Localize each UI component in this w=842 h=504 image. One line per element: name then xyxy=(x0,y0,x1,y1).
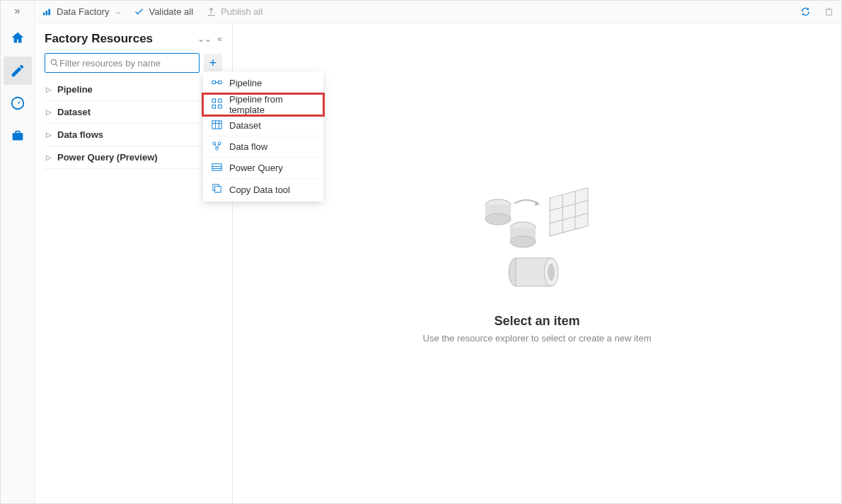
dropdown-item-copy-data-tool[interactable]: Copy Data tool xyxy=(203,179,323,200)
toolbox-icon xyxy=(10,128,25,143)
empty-state-description: Use the resource explorer to select or c… xyxy=(423,333,652,344)
dropdown-item-label: Data flow xyxy=(229,141,267,152)
factory-icon xyxy=(42,6,52,17)
author-button[interactable] xyxy=(4,57,32,85)
plus-icon: + xyxy=(209,56,217,71)
dataflow-icon xyxy=(212,141,222,153)
add-resource-button[interactable]: + xyxy=(204,54,222,72)
empty-state-illustration xyxy=(473,184,601,297)
svg-rect-6 xyxy=(826,9,832,15)
svg-rect-12 xyxy=(218,98,221,102)
panel-title: Factory Resources xyxy=(45,32,153,46)
expand-rail-button[interactable]: » xyxy=(15,5,21,16)
svg-point-29 xyxy=(485,213,511,225)
powerquery-icon xyxy=(212,162,222,175)
svg-rect-33 xyxy=(550,187,588,235)
tree-item[interactable]: ▷Pipeline xyxy=(45,78,222,101)
discard-button xyxy=(824,6,834,17)
template-icon xyxy=(212,98,222,111)
tree-item[interactable]: ▷Dataset xyxy=(45,101,222,124)
svg-point-7 xyxy=(51,59,56,64)
tree-item[interactable]: ▷Data flows xyxy=(45,124,222,146)
svg-rect-15 xyxy=(212,120,221,128)
add-resource-dropdown: PipelinePipeline from templateDatasetDat… xyxy=(203,71,323,201)
pipeline-icon xyxy=(212,77,222,90)
svg-rect-4 xyxy=(46,11,48,15)
chevron-right-icon: ▷ xyxy=(46,131,52,139)
pencil-icon xyxy=(10,63,25,78)
home-button[interactable] xyxy=(4,24,32,52)
search-box[interactable] xyxy=(45,53,200,73)
dropdown-item-label: Power Query xyxy=(229,163,283,173)
trash-icon xyxy=(824,6,834,17)
upload-icon xyxy=(206,6,217,17)
dropdown-item-dataset[interactable]: Dataset xyxy=(203,115,323,136)
chevron-right-icon: ▷ xyxy=(46,108,52,116)
svg-rect-8 xyxy=(212,81,216,83)
dataset-icon xyxy=(212,119,222,132)
collapse-panel-button[interactable]: « xyxy=(217,34,222,44)
chevron-down-icon: ⌵ xyxy=(116,7,121,16)
refresh-button[interactable] xyxy=(800,6,811,17)
svg-rect-26 xyxy=(215,187,221,192)
dropdown-item-label: Copy Data tool xyxy=(229,184,290,195)
dropdown-item-power-query[interactable]: Power Query xyxy=(203,158,323,179)
manage-button[interactable] xyxy=(4,122,32,150)
monitor-button[interactable] xyxy=(4,89,32,117)
dropdown-item-label: Dataset xyxy=(229,120,261,131)
tree-item[interactable]: ▷Power Query (Preview) xyxy=(45,146,222,169)
breadcrumb-data-factory[interactable]: Data Factory ⌵ xyxy=(42,6,121,17)
expand-all-button[interactable]: ⌄⌄ xyxy=(197,34,212,44)
svg-point-41 xyxy=(548,264,555,281)
left-nav-rail: » xyxy=(1,1,35,503)
tree-item-label: Pipeline xyxy=(57,84,93,95)
dropdown-item-data-flow[interactable]: Data flow xyxy=(203,136,323,158)
main-canvas: Select an item Use the resource explorer… xyxy=(233,23,841,503)
dropdown-item-pipeline[interactable]: Pipeline xyxy=(203,73,323,94)
validate-all-button[interactable]: Validate all xyxy=(134,6,193,17)
svg-rect-22 xyxy=(212,163,221,170)
home-icon xyxy=(10,30,25,46)
gauge-icon xyxy=(10,95,25,111)
publish-all-button: Publish all xyxy=(206,6,263,17)
svg-rect-5 xyxy=(48,9,50,16)
svg-rect-13 xyxy=(212,105,216,108)
svg-rect-14 xyxy=(218,105,221,108)
breadcrumb-label: Data Factory xyxy=(57,6,109,17)
check-icon xyxy=(134,6,144,17)
resource-tree: ▷Pipeline▷Dataset▷Data flows▷Power Query… xyxy=(45,78,222,169)
svg-rect-2 xyxy=(16,131,20,134)
dropdown-item-pipeline-from-template[interactable]: Pipeline from template xyxy=(203,94,323,115)
svg-rect-3 xyxy=(43,13,45,16)
search-input[interactable] xyxy=(59,58,195,69)
publish-label: Publish all xyxy=(221,6,263,17)
svg-point-32 xyxy=(510,236,536,247)
refresh-icon xyxy=(800,6,811,17)
dropdown-item-label: Pipeline xyxy=(229,78,262,88)
svg-rect-9 xyxy=(218,81,221,83)
copydata-icon xyxy=(212,183,222,196)
chevron-right-icon: ▷ xyxy=(46,86,52,93)
tree-item-label: Dataset xyxy=(57,107,91,117)
empty-state-title: Select an item xyxy=(494,314,579,329)
validate-label: Validate all xyxy=(149,6,193,17)
dropdown-item-label: Pipeline from template xyxy=(229,94,315,115)
tree-item-label: Power Query (Preview) xyxy=(57,152,158,163)
chevron-right-icon: ▷ xyxy=(46,153,52,161)
svg-point-21 xyxy=(216,147,219,150)
search-icon xyxy=(50,58,59,68)
svg-rect-11 xyxy=(212,98,216,102)
top-toolbar: Data Factory ⌵ Validate all Publish all xyxy=(35,1,841,23)
tree-item-label: Data flows xyxy=(57,129,103,140)
